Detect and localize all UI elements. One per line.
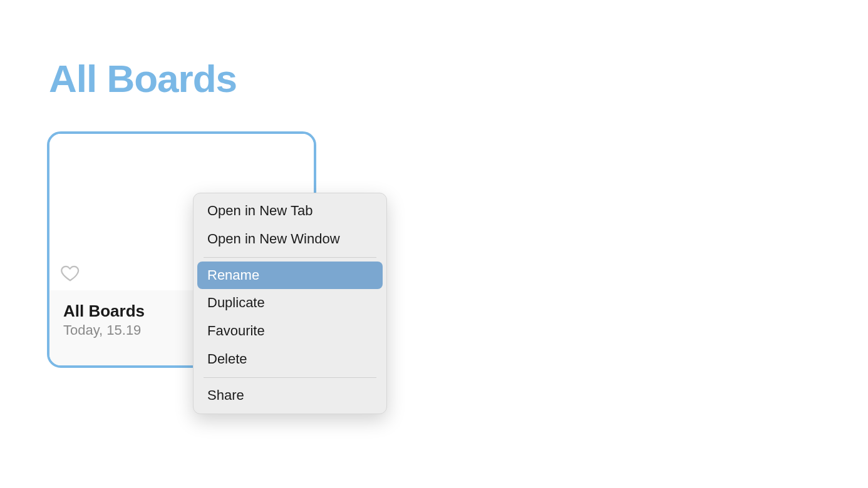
menu-item-delete[interactable]: Delete [197, 345, 383, 374]
menu-item-rename[interactable]: Rename [197, 262, 383, 290]
page-title: All Boards [49, 56, 237, 101]
menu-item-duplicate[interactable]: Duplicate [197, 289, 383, 317]
heart-icon[interactable] [61, 264, 80, 283]
menu-item-open-new-tab[interactable]: Open in New Tab [197, 197, 383, 225]
menu-separator [204, 377, 376, 378]
menu-separator [204, 257, 376, 258]
menu-item-share[interactable]: Share [197, 382, 383, 410]
menu-item-open-new-window[interactable]: Open in New Window [197, 225, 383, 253]
context-menu: Open in New Tab Open in New Window Renam… [193, 193, 387, 414]
menu-item-favourite[interactable]: Favourite [197, 317, 383, 345]
